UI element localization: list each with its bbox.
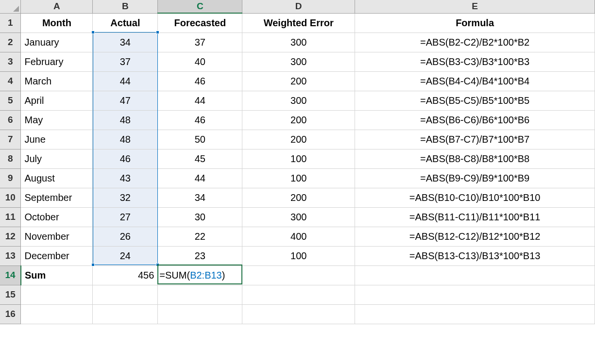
row-header-8[interactable]: 8 xyxy=(0,149,21,168)
cell-B12[interactable]: 26 xyxy=(93,227,158,246)
cell-A3[interactable]: February xyxy=(21,52,93,71)
cell-C1[interactable]: Forecasted xyxy=(158,13,242,33)
cell-C8[interactable]: 45 xyxy=(158,149,242,168)
cell-E9[interactable]: =ABS(B9-C9)/B9*100*B9 xyxy=(355,168,595,188)
cell-E5[interactable]: =ABS(B5-C5)/B5*100*B5 xyxy=(355,91,595,110)
column-header-A[interactable]: A xyxy=(21,0,93,13)
cell-E10[interactable]: =ABS(B10-C10)/B10*100*B10 xyxy=(355,188,595,207)
cell-C7[interactable]: 50 xyxy=(158,130,242,149)
row-header-7[interactable]: 7 xyxy=(0,130,21,149)
cell-B7[interactable]: 48 xyxy=(93,130,158,149)
cell-D13[interactable]: 100 xyxy=(242,246,355,265)
cell-D10[interactable]: 200 xyxy=(242,188,355,207)
cell-C6[interactable]: 46 xyxy=(158,110,242,130)
cell-E8[interactable]: =ABS(B8-C8)/B8*100*B8 xyxy=(355,149,595,168)
cell-E13[interactable]: =ABS(B13-C13)/B13*100*B13 xyxy=(355,246,595,265)
cell-D4[interactable]: 200 xyxy=(242,71,355,91)
cell-A2[interactable]: January xyxy=(21,33,93,52)
cell-B5[interactable]: 47 xyxy=(93,91,158,110)
cell-C5[interactable]: 44 xyxy=(158,91,242,110)
cell-A6[interactable]: May xyxy=(21,110,93,130)
cell-E15[interactable] xyxy=(355,285,595,304)
cell-D1[interactable]: Weighted Error xyxy=(242,13,355,33)
cell-C3[interactable]: 40 xyxy=(158,52,242,71)
row-header-9[interactable]: 9 xyxy=(0,168,21,188)
cell-D12[interactable]: 400 xyxy=(242,227,355,246)
cell-D7[interactable]: 200 xyxy=(242,130,355,149)
cell-D6[interactable]: 200 xyxy=(242,110,355,130)
cell-C10[interactable]: 34 xyxy=(158,188,242,207)
row-header-4[interactable]: 4 xyxy=(0,71,21,91)
cell-B8[interactable]: 46 xyxy=(93,149,158,168)
cell-C9[interactable]: 44 xyxy=(158,168,242,188)
cell-E2[interactable]: =ABS(B2-C2)/B2*100*B2 xyxy=(355,33,595,52)
cell-E4[interactable]: =ABS(B4-C4)/B4*100*B4 xyxy=(355,71,595,91)
cell-A9[interactable]: August xyxy=(21,168,93,188)
row-header-2[interactable]: 2 xyxy=(0,33,21,52)
cell-A11[interactable]: October xyxy=(21,207,93,227)
cell-D16[interactable] xyxy=(242,304,355,324)
column-header-B[interactable]: B xyxy=(93,0,158,13)
column-header-E[interactable]: E xyxy=(355,0,595,13)
cell-E16[interactable] xyxy=(355,304,595,324)
cell-E11[interactable]: =ABS(B11-C11)/B11*100*B11 xyxy=(355,207,595,227)
cell-D2[interactable]: 300 xyxy=(242,33,355,52)
cell-A16[interactable] xyxy=(21,304,93,324)
cell-A1[interactable]: Month xyxy=(21,13,93,33)
row-header-6[interactable]: 6 xyxy=(0,110,21,130)
cell-D5[interactable]: 300 xyxy=(242,91,355,110)
row-header-13[interactable]: 13 xyxy=(0,246,21,265)
cell-E3[interactable]: =ABS(B3-C3)/B3*100*B3 xyxy=(355,52,595,71)
cell-C15[interactable] xyxy=(158,285,242,304)
cell-A12[interactable]: November xyxy=(21,227,93,246)
cell-B3[interactable]: 37 xyxy=(93,52,158,71)
cell-C13[interactable]: 23 xyxy=(158,246,242,265)
cell-E12[interactable]: =ABS(B12-C12)/B12*100*B12 xyxy=(355,227,595,246)
cell-A14[interactable]: Sum xyxy=(21,265,93,285)
cell-B6[interactable]: 48 xyxy=(93,110,158,130)
cell-E14[interactable] xyxy=(355,265,595,285)
row-header-15[interactable]: 15 xyxy=(0,285,21,304)
cell-C16[interactable] xyxy=(158,304,242,324)
column-header-D[interactable]: D xyxy=(242,0,355,13)
row-header-14[interactable]: 14 xyxy=(0,265,21,285)
cell-B9[interactable]: 43 xyxy=(93,168,158,188)
cell-C11[interactable]: 30 xyxy=(158,207,242,227)
cell-B14[interactable]: 456 xyxy=(93,265,158,285)
cell-C4[interactable]: 46 xyxy=(158,71,242,91)
cell-D3[interactable]: 300 xyxy=(242,52,355,71)
cell-E7[interactable]: =ABS(B7-C7)/B7*100*B7 xyxy=(355,130,595,149)
cell-A13[interactable]: December xyxy=(21,246,93,265)
cell-B16[interactable] xyxy=(93,304,158,324)
cell-B15[interactable] xyxy=(93,285,158,304)
row-header-12[interactable]: 12 xyxy=(0,227,21,246)
cell-E6[interactable]: =ABS(B6-C6)/B6*100*B6 xyxy=(355,110,595,130)
row-header-11[interactable]: 11 xyxy=(0,207,21,227)
column-header-C[interactable]: C xyxy=(158,0,242,13)
cell-B2[interactable]: 34 xyxy=(93,33,158,52)
cell-A5[interactable]: April xyxy=(21,91,93,110)
cell-B11[interactable]: 27 xyxy=(93,207,158,227)
cell-A10[interactable]: September xyxy=(21,188,93,207)
cell-A4[interactable]: March xyxy=(21,71,93,91)
select-all-corner[interactable] xyxy=(0,0,21,13)
cell-C2[interactable]: 37 xyxy=(158,33,242,52)
cell-D11[interactable]: 300 xyxy=(242,207,355,227)
cell-B10[interactable]: 32 xyxy=(93,188,158,207)
row-header-10[interactable]: 10 xyxy=(0,188,21,207)
cell-A8[interactable]: July xyxy=(21,149,93,168)
row-header-16[interactable]: 16 xyxy=(0,304,21,324)
cell-D9[interactable]: 100 xyxy=(242,168,355,188)
cell-B4[interactable]: 44 xyxy=(93,71,158,91)
cell-D8[interactable]: 100 xyxy=(242,149,355,168)
cell-D14[interactable] xyxy=(242,265,355,285)
cell-B13[interactable]: 24 xyxy=(93,246,158,265)
cell-A7[interactable]: June xyxy=(21,130,93,149)
cell-C14-editing[interactable]: =SUM(B2:B13) xyxy=(158,265,242,285)
row-header-3[interactable]: 3 xyxy=(0,52,21,71)
cell-E1[interactable]: Formula xyxy=(355,13,595,33)
cell-A15[interactable] xyxy=(21,285,93,304)
row-header-1[interactable]: 1 xyxy=(0,13,21,33)
row-header-5[interactable]: 5 xyxy=(0,91,21,110)
cell-C12[interactable]: 22 xyxy=(158,227,242,246)
